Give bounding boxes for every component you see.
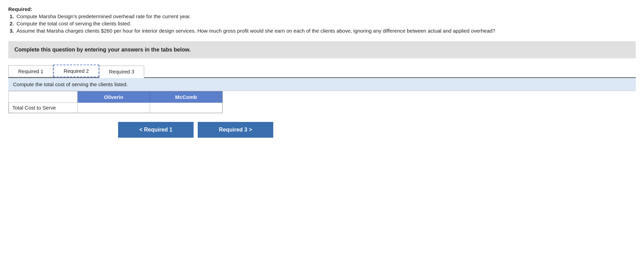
prev-button[interactable]: < Required 1 (118, 122, 194, 138)
nav-buttons: < Required 1 Required 3 > (118, 122, 636, 138)
required-list: 1. Compute Marsha Design's predetermined… (8, 13, 636, 34)
list-item-3: 3. Assume that Marsha charges clients $2… (10, 28, 636, 34)
tab-required-3[interactable]: Required 3 (99, 66, 144, 78)
col-header-empty (9, 92, 78, 103)
mccomb-input-cell[interactable] (150, 103, 222, 113)
mccomb-input[interactable] (151, 103, 221, 112)
tabs-container: Required 1 Required 2 Required 3 Compute… (8, 65, 636, 114)
data-table-wrapper: Oliverio McComb Total Cost to Serve (8, 91, 223, 113)
row-label-total-cost: Total Cost to Serve (9, 103, 78, 113)
next-button[interactable]: Required 3 > (198, 122, 273, 138)
required-section: Required: 1. Compute Marsha Design's pre… (8, 6, 636, 34)
table-row: Total Cost to Serve (9, 103, 222, 113)
item-text-3: Assume that Marsha charges clients $260 … (16, 28, 495, 34)
item-num-1: 1. (10, 13, 15, 19)
required-title: Required: (8, 6, 636, 12)
tabs-row: Required 1 Required 2 Required 3 (8, 65, 636, 78)
list-item-2: 2. Compute the total cost of serving the… (10, 21, 636, 26)
list-item-1: 1. Compute Marsha Design's predetermined… (10, 13, 636, 19)
col-header-oliverio: Oliverio (78, 92, 150, 103)
oliverio-input-cell[interactable] (78, 103, 150, 113)
data-table: Oliverio McComb Total Cost to Serve (9, 91, 222, 113)
complete-banner: Complete this question by entering your … (8, 41, 636, 58)
item-text-1: Compute Marsha Design's predetermined ov… (16, 13, 191, 19)
item-text-2: Compute the total cost of serving the cl… (16, 21, 131, 26)
tab-required-2[interactable]: Required 2 (53, 65, 99, 77)
oliverio-input[interactable] (79, 103, 148, 112)
tab-required-1[interactable]: Required 1 (8, 65, 53, 77)
col-header-mccomb: McComb (150, 92, 222, 103)
item-num-2: 2. (10, 21, 15, 26)
tab-content-header: Compute the total cost of serving the cl… (8, 78, 636, 91)
item-num-3: 3. (10, 28, 15, 34)
